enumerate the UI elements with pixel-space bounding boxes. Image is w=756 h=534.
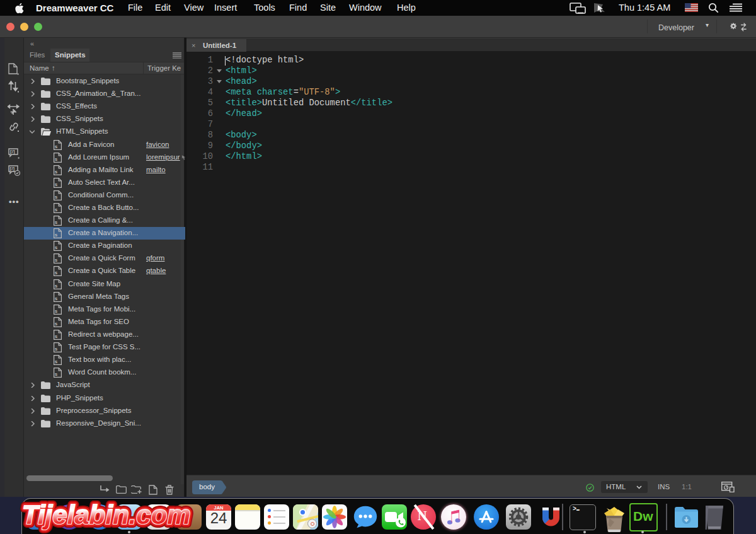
svg-text:Tijelabin.com: Tijelabin.com: [22, 500, 191, 530]
svg-text:s: s: [55, 182, 58, 187]
svg-text:s: s: [55, 169, 58, 175]
svg-text:s: s: [55, 156, 58, 162]
svg-text:[/]: [/]: [10, 166, 15, 171]
svg-text:s: s: [55, 144, 58, 149]
svg-text:s: s: [55, 232, 58, 238]
svg-text:s: s: [55, 308, 58, 314]
svg-text:s: s: [55, 283, 58, 289]
svg-text:s: s: [55, 194, 58, 200]
svg-text:s: s: [55, 359, 58, 364]
svg-text:s: s: [55, 371, 58, 377]
svg-text:s: s: [55, 296, 58, 301]
svg-text:s: s: [55, 219, 58, 225]
svg-text:s: s: [55, 334, 58, 339]
svg-text:s: s: [55, 207, 58, 212]
svg-text:[/]: [/]: [10, 149, 15, 154]
svg-text:s: s: [55, 346, 58, 352]
svg-text:s: s: [55, 321, 58, 327]
svg-text:s: s: [55, 245, 58, 250]
svg-text:s: s: [55, 270, 58, 276]
svg-text:s: s: [55, 257, 58, 263]
